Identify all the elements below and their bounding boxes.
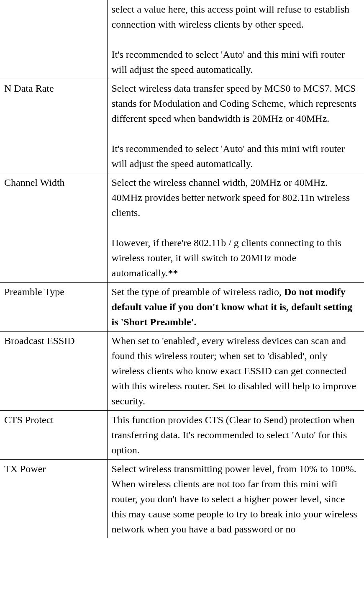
desc-paragraph: When set to 'enabled', every wireless de… xyxy=(112,333,360,409)
row-label: N Data Rate xyxy=(0,79,107,173)
row-desc: select a value here, this access point w… xyxy=(107,0,364,79)
desc-paragraph: Select the wireless channel width, 20MHz… xyxy=(112,175,360,220)
table-row: Preamble Type Set the type of preamble o… xyxy=(0,283,364,332)
row-desc: Select wireless transmitting power level… xyxy=(107,460,364,539)
desc-paragraph: It's recommended to select 'Auto' and th… xyxy=(112,47,360,77)
table-row: Broadcast ESSID When set to 'enabled', e… xyxy=(0,332,364,411)
row-label: Broadcast ESSID xyxy=(0,332,107,411)
row-desc: Set the type of preamble of wireless rad… xyxy=(107,283,364,332)
desc-paragraph: Select wireless data transfer speed by M… xyxy=(112,81,360,126)
table-row: N Data Rate Select wireless data transfe… xyxy=(0,79,364,173)
desc-text: Set the type of preamble of wireless rad… xyxy=(112,286,285,297)
desc-paragraph: select a value here, this access point w… xyxy=(112,2,360,32)
row-label: Preamble Type xyxy=(0,283,107,332)
desc-paragraph: This function provides CTS (Clear to Sen… xyxy=(112,412,360,458)
desc-paragraph: However, if there're 802.11b / g clients… xyxy=(112,235,360,280)
row-desc: When set to 'enabled', every wireless de… xyxy=(107,332,364,411)
row-desc: This function provides CTS (Clear to Sen… xyxy=(107,411,364,460)
row-desc: Select wireless data transfer speed by M… xyxy=(107,79,364,173)
desc-paragraph: Select wireless transmitting power level… xyxy=(112,461,360,537)
row-label: Channel Width xyxy=(0,173,107,283)
desc-paragraph: It's recommended to select 'Auto' and th… xyxy=(112,141,360,171)
settings-table: select a value here, this access point w… xyxy=(0,0,364,538)
table-row: Channel Width Select the wireless channe… xyxy=(0,173,364,283)
table-row: select a value here, this access point w… xyxy=(0,0,364,79)
row-label: TX Power xyxy=(0,460,107,539)
table-row: TX Power Select wireless transmitting po… xyxy=(0,460,364,539)
table-row: CTS Protect This function provides CTS (… xyxy=(0,411,364,460)
row-label xyxy=(0,0,107,79)
row-desc: Select the wireless channel width, 20MHz… xyxy=(107,173,364,283)
desc-paragraph: Set the type of preamble of wireless rad… xyxy=(112,284,360,329)
row-label: CTS Protect xyxy=(0,411,107,460)
